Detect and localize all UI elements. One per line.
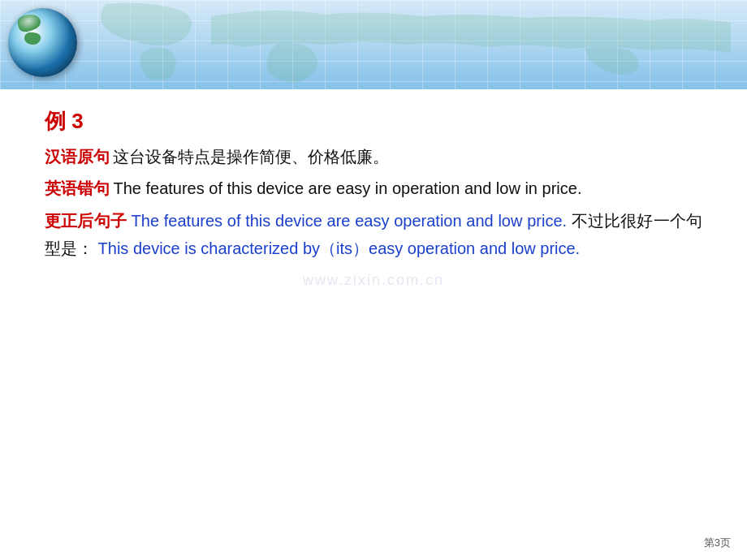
corrected-row: 更正后句子 The features of this device are ea… xyxy=(45,207,702,262)
globe-icon xyxy=(8,8,77,77)
chinese-label: 汉语原句 xyxy=(45,148,110,166)
example-title: 例 3 xyxy=(45,104,702,139)
chinese-text: 这台设备特点是操作简便、价格低廉。 xyxy=(113,148,389,166)
english-error-text: The features of this device are easy in … xyxy=(113,179,581,197)
corrected-label: 更正后句子 xyxy=(45,212,127,230)
corrected-extra-text: This device is characterized by（its）easy… xyxy=(98,239,581,257)
header-banner xyxy=(0,0,747,89)
corrected-text: The features of this device are easy ope… xyxy=(132,212,567,230)
globe-highlight xyxy=(14,9,43,34)
english-error-label: 英语错句 xyxy=(45,179,110,197)
english-error-row: 英语错句 The features of this device are eas… xyxy=(45,175,702,202)
chinese-original-row: 汉语原句 这台设备特点是操作简便、价格低廉。 xyxy=(45,144,702,170)
example-title-text: 例 3 xyxy=(45,109,84,133)
globe-sphere xyxy=(8,8,77,77)
page-number: 第3页 xyxy=(704,536,731,550)
world-map-svg xyxy=(0,0,747,89)
main-content: 例 3 汉语原句 这台设备特点是操作简便、价格低廉。 英语错句 The feat… xyxy=(0,89,747,283)
